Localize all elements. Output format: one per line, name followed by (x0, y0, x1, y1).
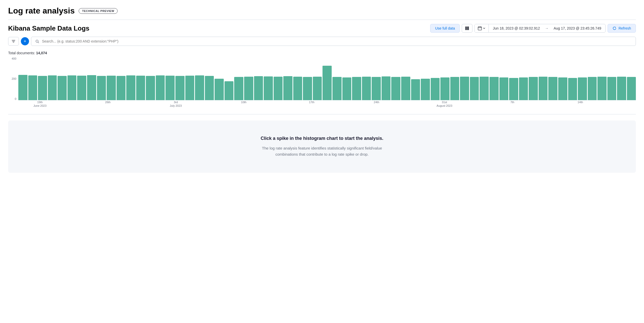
chart-bar[interactable] (274, 77, 283, 100)
chart-bar[interactable] (165, 76, 175, 100)
total-docs-label: Total documents: 14,074 (8, 51, 636, 55)
chart-bar[interactable] (489, 77, 499, 100)
chart-bar[interactable] (175, 76, 185, 100)
chart-bar[interactable] (225, 81, 234, 100)
chart-bar[interactable] (460, 77, 469, 100)
chart-bar[interactable] (539, 77, 548, 100)
chart-bar[interactable] (617, 77, 626, 100)
chart-bar[interactable] (401, 77, 410, 100)
refresh-icon (612, 26, 617, 30)
chart-bar[interactable] (607, 77, 617, 100)
columns-icon (465, 26, 469, 30)
chart-bar[interactable] (440, 77, 450, 100)
refresh-button[interactable]: Refresh (608, 24, 636, 33)
tech-preview-badge: TECHNICAL PREVIEW (79, 8, 118, 14)
chart-bar[interactable] (411, 79, 420, 100)
chart-bar[interactable] (382, 76, 391, 100)
chevron-down-icon (483, 27, 485, 30)
svg-rect-3 (478, 27, 482, 30)
chart-bar[interactable] (283, 76, 292, 100)
chart-bar[interactable] (136, 76, 145, 100)
chart-bar[interactable] (97, 76, 106, 100)
chart-bar[interactable] (38, 76, 47, 100)
date-end: Aug 17, 2023 @ 23:45:26.749 (550, 24, 605, 32)
chart-bar[interactable] (254, 76, 263, 100)
chart-bar[interactable] (588, 77, 597, 100)
columns-button[interactable] (462, 24, 472, 33)
chart-divider (8, 114, 636, 114)
chart-bar[interactable] (470, 77, 479, 100)
chart-bar[interactable] (372, 77, 381, 100)
filter-button[interactable] (8, 37, 19, 46)
chart-bar[interactable] (303, 77, 312, 100)
analysis-prompt-desc: The log rate analysis feature identifies… (251, 145, 393, 157)
x-label: 31stAugust 2023 (437, 100, 452, 108)
chart-bar[interactable] (264, 76, 273, 100)
chart-bar[interactable] (509, 78, 518, 100)
toolbar-row: Kibana Sample Data Logs Use full data (8, 24, 636, 33)
search-input[interactable] (42, 39, 632, 43)
chart-bar[interactable] (146, 76, 155, 100)
chart-bar[interactable] (578, 77, 587, 100)
chart-bar[interactable] (332, 77, 342, 100)
chart-bar[interactable] (499, 77, 509, 100)
chart-x-labels: 19thJune 202326th3rdJuly 202310th17th24t… (18, 100, 636, 108)
x-label: 14th (578, 100, 583, 104)
calendar-button[interactable] (475, 24, 489, 32)
chart-bar[interactable] (126, 75, 135, 100)
chart-bar[interactable] (342, 77, 352, 100)
chart-y-axis: 400 200 0 (8, 57, 18, 100)
dataset-title: Kibana Sample Data Logs (8, 24, 89, 32)
y-label-200: 200 (12, 77, 16, 80)
header-divider (8, 20, 636, 20)
search-input-container[interactable] (31, 37, 636, 46)
toolbar-actions: Use full data (430, 24, 636, 33)
chart-bar[interactable] (195, 75, 204, 100)
y-label-0: 0 (15, 97, 16, 100)
chart-bar[interactable] (313, 77, 322, 100)
chart-bar[interactable] (234, 77, 243, 100)
x-label: 26th (105, 100, 110, 104)
chart-section: Total documents: 14,074 400 200 0 19thJu… (8, 51, 636, 108)
chart-bar[interactable] (293, 77, 302, 100)
chart-bar[interactable] (421, 79, 430, 100)
chart-bar[interactable] (28, 75, 37, 100)
use-full-data-button[interactable]: Use full data (430, 24, 460, 33)
page-title: Log rate analysis (8, 6, 75, 16)
chart-bar[interactable] (58, 76, 67, 100)
chart-bar[interactable] (597, 77, 607, 100)
chart-bar[interactable] (558, 77, 567, 100)
chart-bar[interactable] (568, 78, 577, 100)
chart-bar[interactable] (215, 79, 224, 100)
svg-rect-1 (467, 26, 468, 30)
chart-bar[interactable] (323, 66, 332, 100)
chart-bar[interactable] (87, 75, 96, 100)
chart-bar[interactable] (391, 77, 400, 100)
svg-rect-0 (465, 26, 466, 30)
chart-bar[interactable] (48, 75, 57, 100)
analysis-prompt-title: Click a spike in the histogram chart to … (16, 136, 628, 141)
x-label: 17th (309, 100, 314, 104)
chart-bar[interactable] (450, 77, 459, 100)
chart-bar[interactable] (244, 77, 253, 100)
chart-bar[interactable] (519, 77, 528, 100)
chart-bars[interactable] (18, 57, 636, 100)
x-label: 19thJune 2023 (33, 100, 46, 108)
chart-wrapper: 400 200 0 19thJune 202326th3rdJuly 20231… (8, 57, 636, 108)
chart-bar[interactable] (117, 76, 126, 100)
add-filter-button[interactable]: + (21, 37, 29, 45)
chart-bar[interactable] (362, 77, 371, 100)
chart-bar[interactable] (480, 77, 489, 100)
chart-bar[interactable] (529, 77, 538, 100)
chart-bar[interactable] (185, 76, 194, 100)
chart-bar[interactable] (205, 76, 214, 100)
chart-bar[interactable] (67, 75, 77, 100)
chart-bar[interactable] (107, 76, 116, 100)
chart-bar[interactable] (431, 78, 440, 100)
chart-bar[interactable] (548, 77, 557, 100)
chart-bar[interactable] (18, 75, 27, 100)
chart-bar[interactable] (352, 77, 361, 100)
chart-bar[interactable] (627, 77, 636, 100)
chart-bar[interactable] (156, 75, 165, 100)
chart-bar[interactable] (77, 76, 86, 100)
